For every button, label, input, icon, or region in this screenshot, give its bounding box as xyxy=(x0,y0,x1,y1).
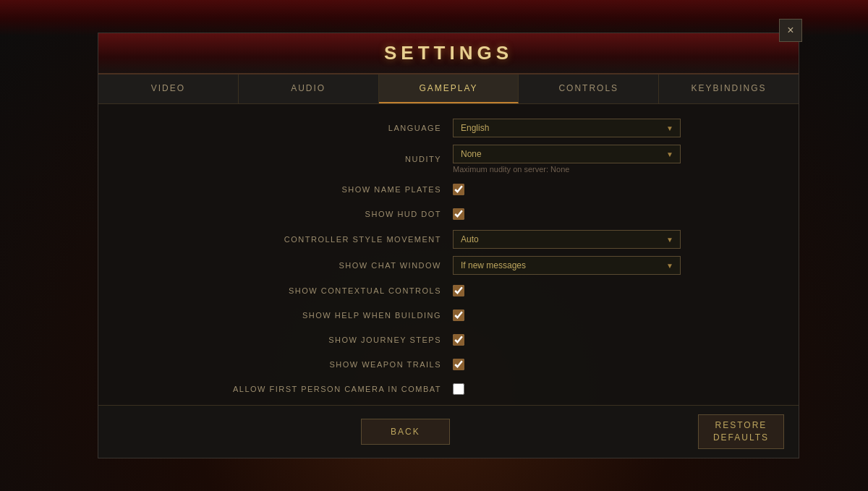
restore-defaults-label: RESTOREDEFAULTS xyxy=(713,420,769,443)
show-journey-steps-checkbox[interactable] xyxy=(453,334,464,346)
show-contextual-controls-control xyxy=(453,285,777,296)
show-weapon-trails-label: SHOW WEAPON TRAILS xyxy=(120,360,453,369)
background-top-gradient xyxy=(0,0,868,36)
language-select[interactable]: English French German Spanish xyxy=(453,119,681,137)
show-chat-window-control: If new messages Always Never ▼ xyxy=(453,256,777,275)
tab-controls[interactable]: CONTROLS xyxy=(519,74,659,103)
nudity-sub-text: Maximum nudity on server: None xyxy=(453,165,777,174)
allow-first-person-checkbox[interactable] xyxy=(453,383,464,395)
language-label: LANGUAGE xyxy=(120,124,453,132)
show-weapon-trails-row: SHOW WEAPON TRAILS xyxy=(120,356,777,373)
show-chat-window-label: SHOW CHAT WINDOW xyxy=(120,261,453,270)
tab-audio[interactable]: AUDIO xyxy=(239,74,379,103)
show-contextual-controls-checkbox[interactable] xyxy=(453,285,464,296)
show-chat-window-dropdown-wrapper: If new messages Always Never ▼ xyxy=(453,256,681,275)
show-chat-window-row: SHOW CHAT WINDOW If new messages Always … xyxy=(120,256,777,275)
controller-style-label: CONTROLLER STYLE MOVEMENT xyxy=(120,235,453,244)
nudity-control: None Partial Full ▼ Maximum nudity on se… xyxy=(453,145,777,174)
show-weapon-trails-control xyxy=(453,359,777,370)
show-name-plates-row: SHOW NAME PLATES xyxy=(120,181,777,198)
tab-video[interactable]: VIDEO xyxy=(98,74,239,103)
modal-header: SETTINGS xyxy=(98,33,799,74)
show-contextual-controls-label: SHOW CONTEXTUAL CONTROLS xyxy=(120,286,453,295)
controller-style-control: Auto On Off ▼ xyxy=(453,230,777,249)
close-button[interactable]: × xyxy=(779,19,802,42)
show-name-plates-label: SHOW NAME PLATES xyxy=(120,185,453,194)
nudity-row: NUDITY None Partial Full ▼ Maximum nudit… xyxy=(120,145,777,174)
controller-style-select[interactable]: Auto On Off xyxy=(453,230,681,249)
show-help-building-control xyxy=(453,309,777,321)
show-help-building-row: SHOW HELP WHEN BUILDING xyxy=(120,307,777,324)
tab-bar: VIDEO AUDIO GAMEPLAY CONTROLS KEYBINDING… xyxy=(98,74,799,104)
controller-style-row: CONTROLLER STYLE MOVEMENT Auto On Off ▼ xyxy=(120,230,777,249)
nudity-dropdown-wrapper: None Partial Full ▼ xyxy=(453,145,681,163)
back-button[interactable]: BACK xyxy=(361,419,450,445)
allow-first-person-label: ALLOW FIRST PERSON CAMERA IN COMBAT xyxy=(120,385,453,393)
show-weapon-trails-checkbox[interactable] xyxy=(453,359,464,370)
show-help-building-label: SHOW HELP WHEN BUILDING xyxy=(120,311,453,320)
restore-defaults-button[interactable]: RESTOREDEFAULTS xyxy=(698,414,784,449)
show-hud-dot-row: SHOW HUD DOT xyxy=(120,205,777,223)
nudity-label: NUDITY xyxy=(120,155,453,163)
show-hud-dot-control xyxy=(453,208,777,220)
show-contextual-controls-row: SHOW CONTEXTUAL CONTROLS xyxy=(120,282,777,299)
allow-first-person-row: ALLOW FIRST PERSON CAMERA IN COMBAT xyxy=(120,380,777,398)
language-row: LANGUAGE English French German Spanish ▼ xyxy=(120,119,777,137)
settings-body: LANGUAGE English French German Spanish ▼… xyxy=(98,104,799,405)
modal-footer: BACK RESTOREDEFAULTS xyxy=(98,405,799,458)
show-name-plates-control xyxy=(453,184,777,195)
show-journey-steps-row: SHOW JOURNEY STEPS xyxy=(120,331,777,349)
show-hud-dot-checkbox[interactable] xyxy=(453,208,464,220)
settings-modal: × SETTINGS VIDEO AUDIO GAMEPLAY CONTROLS… xyxy=(98,33,799,458)
language-dropdown-wrapper: English French German Spanish ▼ xyxy=(453,119,681,137)
show-journey-steps-control xyxy=(453,334,777,346)
show-chat-window-select[interactable]: If new messages Always Never xyxy=(453,256,681,275)
tab-gameplay[interactable]: GAMEPLAY xyxy=(379,74,519,103)
show-journey-steps-label: SHOW JOURNEY STEPS xyxy=(120,336,453,344)
allow-first-person-control xyxy=(453,383,777,395)
nudity-select[interactable]: None Partial Full xyxy=(453,145,681,163)
language-control: English French German Spanish ▼ xyxy=(453,119,777,137)
show-help-building-checkbox[interactable] xyxy=(453,309,464,321)
controller-style-dropdown-wrapper: Auto On Off ▼ xyxy=(453,230,681,249)
modal-title: SETTINGS xyxy=(113,42,784,64)
show-hud-dot-label: SHOW HUD DOT xyxy=(120,210,453,218)
show-name-plates-checkbox[interactable] xyxy=(453,184,464,195)
tab-keybindings[interactable]: KEYBINDINGS xyxy=(659,74,799,103)
